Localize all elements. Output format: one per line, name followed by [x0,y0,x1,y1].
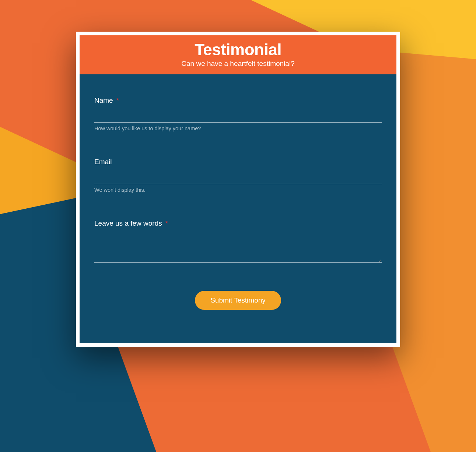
message-field-group: Leave us a few words * [94,219,382,264]
required-indicator: * [116,96,119,104]
email-label: Email [94,158,382,166]
name-input[interactable] [94,111,382,123]
email-field-group: Email We won't display this. [94,158,382,193]
submit-wrapper: Submit Testimony [94,291,382,310]
message-label: Leave us a few words * [94,219,382,227]
testimonial-form-card: Testimonial Can we have a heartfelt test… [76,32,400,347]
form-body: Name * How would you like us to display … [80,74,396,343]
submit-button[interactable]: Submit Testimony [195,291,281,310]
required-indicator: * [165,219,168,227]
email-input[interactable] [94,173,382,184]
name-help-text: How would you like us to display your na… [94,126,382,131]
form-header: Testimonial Can we have a heartfelt test… [80,35,396,74]
message-label-text: Leave us a few words [94,219,162,227]
form-subtitle: Can we have a heartfelt testimonial? [87,60,389,68]
name-field-group: Name * How would you like us to display … [94,96,382,131]
name-label: Name * [94,96,382,105]
email-label-text: Email [94,158,112,166]
name-label-text: Name [94,96,113,104]
email-help-text: We won't display this. [94,187,382,193]
form-title: Testimonial [87,40,389,59]
message-textarea[interactable] [94,234,382,263]
